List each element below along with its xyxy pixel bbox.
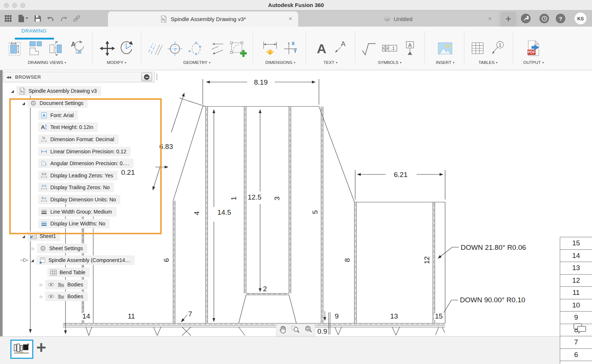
dimension-text[interactable]: 12.5 [248, 193, 262, 201]
rotate-icon[interactable] [117, 40, 135, 57]
center-mark-icon[interactable] [165, 40, 185, 57]
save-icon[interactable] [33, 14, 43, 23]
add-sheet-button[interactable]: + [36, 337, 46, 357]
group-label-insert[interactable]: INSERT▾ [436, 60, 454, 65]
bend-id-label[interactable]: 7 [188, 310, 192, 318]
bend-table-row[interactable]: 13 [560, 262, 592, 275]
bend-table-row[interactable]: 12 [560, 275, 592, 287]
base-view-icon[interactable] [7, 40, 26, 57]
minimize-window-button[interactable] [12, 3, 17, 8]
expand-arrow-icon[interactable]: ▷ [30, 246, 36, 251]
table-icon[interactable] [469, 40, 488, 57]
ordinate-dimension-icon[interactable]: X Y [281, 40, 300, 57]
bend-table-row[interactable]: 7 [560, 336, 592, 349]
bend-id-label[interactable]: 12 [423, 256, 431, 264]
group-label-output[interactable]: OUTPUT▾ [523, 60, 544, 65]
bend-id-label[interactable]: 9 [335, 312, 339, 320]
bend-id-label[interactable]: 3 [273, 197, 281, 201]
bend-table-row[interactable]: 5 [560, 361, 592, 364]
group-label-symbols[interactable]: SYMBOLS▾ [378, 60, 401, 65]
browser-item-chip[interactable]: Spindle Assembly (Component14… [36, 255, 135, 265]
insert-image-icon[interactable] [435, 40, 455, 57]
dimension-text[interactable]: 6.21 [394, 171, 408, 178]
projected-view-icon[interactable] [27, 40, 46, 57]
bend-table-row[interactable]: 9 [560, 312, 592, 324]
browser-item-chip[interactable]: ⚙Sheet Settings [37, 244, 87, 253]
user-avatar[interactable]: KS [575, 13, 586, 24]
sketch-ellipse-icon[interactable] [186, 40, 206, 57]
collapse-arrow-icon[interactable]: ◢ [21, 234, 26, 238]
bend-table-row[interactable]: 6 [560, 349, 592, 361]
tab-untitled-close-icon[interactable]: × [488, 15, 492, 23]
bend-note-text[interactable]: DOWN 21.80° R0.06 [461, 244, 526, 251]
dimension-icon[interactable] [260, 40, 280, 57]
detail-view-icon[interactable]: A [68, 40, 87, 57]
bend-table-row[interactable]: 10 [560, 299, 592, 312]
group-label-geometry[interactable]: GEOMETRY▾ [183, 60, 211, 65]
browser-header[interactable]: ◀◀ BROWSER [3, 72, 155, 82]
bend-id-label[interactable]: 6 [162, 258, 170, 262]
browser-display-toggle[interactable] [141, 73, 152, 81]
share-link-icon[interactable] [72, 14, 81, 23]
pan-hand-icon[interactable] [278, 324, 288, 336]
close-window-button[interactable] [4, 3, 9, 8]
collapse-arrow-icon[interactable]: ◢ [10, 89, 15, 93]
text-icon[interactable]: A [313, 40, 330, 57]
group-label-dimensions[interactable]: DIMENSIONS▾ [265, 60, 295, 65]
group-label-modify[interactable]: MODIFY▾ [107, 60, 127, 65]
bend-id-label[interactable]: 1 [230, 197, 238, 201]
browser-item-chip[interactable]: Bodies [45, 292, 88, 301]
bend-table-row[interactable]: 11 [560, 287, 592, 299]
bend-id-label[interactable]: 4 [193, 211, 201, 215]
browser-collapse-icon[interactable]: ◀◀ [6, 75, 11, 79]
tab-close-icon[interactable]: × [289, 15, 292, 23]
bend-id-label[interactable]: 11 [128, 312, 135, 320]
collapse-arrow-icon[interactable]: ◢ [30, 258, 35, 262]
expand-arrow-icon[interactable]: ▷ [38, 295, 44, 299]
group-label-tables[interactable]: TABLES▾ [478, 60, 497, 65]
edit-sketch-icon[interactable] [228, 40, 248, 57]
bend-id-label[interactable]: 8 [343, 258, 351, 262]
file-menu-icon[interactable] [16, 14, 30, 23]
balloon-icon[interactable]: 1 [489, 40, 507, 57]
bend-note-text[interactable]: DOWN 90.00° R0.10 [460, 296, 525, 304]
section-view-icon[interactable] [47, 40, 67, 57]
zoom-window-icon[interactable] [290, 324, 300, 336]
undo-icon[interactable] [46, 14, 56, 23]
bend-table[interactable]: 15141312111098765432 [560, 237, 592, 364]
eye-icon[interactable] [47, 293, 55, 300]
comment-bubble-icon[interactable] [573, 323, 587, 336]
feature-control-frame-icon[interactable]: .1 [380, 40, 400, 57]
dimension-text[interactable]: 14.5 [218, 208, 231, 216]
redo-icon[interactable] [59, 14, 68, 23]
surface-texture-icon[interactable] [360, 40, 379, 57]
workspace-label[interactable]: DRAWING [21, 28, 47, 34]
tab-untitled[interactable]: Untitled × [299, 11, 498, 27]
bend-id-label[interactable]: 2 [263, 285, 267, 293]
bend-table-row[interactable]: 15 [560, 237, 592, 250]
dimension-text[interactable]: 0.9 [317, 327, 327, 335]
leader-text-icon[interactable]: A [331, 40, 348, 57]
eye-icon[interactable] [47, 281, 55, 288]
zoom-icon[interactable] [303, 324, 313, 336]
zoom-window-button[interactable] [20, 3, 25, 8]
new-tab-button[interactable]: + [500, 11, 517, 27]
bend-id-label[interactable]: 5 [311, 210, 319, 214]
help-icon[interactable]: ? [556, 14, 565, 23]
group-label-drawing-views[interactable]: DRAWING VIEWS▾ [28, 60, 66, 65]
tab-active-document[interactable]: Spindle Assembly Drawing v3* × [108, 11, 298, 27]
datum-identifier-icon[interactable]: A [401, 40, 419, 57]
notifications-clock-icon[interactable] [539, 14, 549, 23]
browser-resize-handle[interactable] [157, 74, 157, 80]
expand-arrow-icon[interactable]: ▷ [38, 283, 44, 287]
data-panel-grid-icon[interactable] [3, 14, 13, 23]
job-status-icon[interactable] [521, 14, 531, 23]
dimension-text[interactable]: 8.19 [254, 78, 268, 86]
sheet1-thumbnail[interactable] [10, 340, 33, 359]
edge-extension-icon[interactable] [207, 40, 226, 57]
bend-id-label[interactable]: 15 [435, 312, 443, 320]
browser-item-chip[interactable]: Bend Table [47, 268, 90, 277]
bend-id-label[interactable]: 14 [82, 312, 90, 320]
move-icon[interactable] [98, 40, 116, 57]
group-label-text[interactable]: TEXT▾ [323, 60, 337, 65]
